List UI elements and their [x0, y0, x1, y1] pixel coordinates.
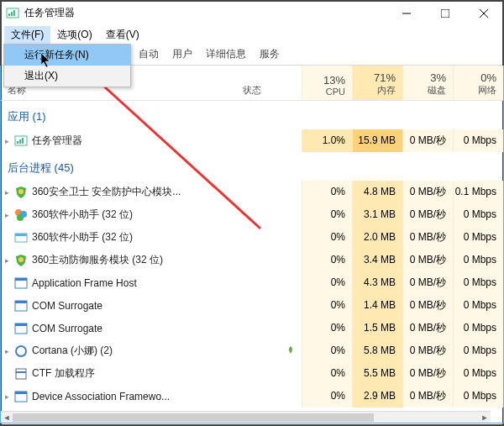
svg-rect-24 [15, 323, 27, 326]
disk-cell: 0 MB/秒 [402, 294, 453, 317]
process-name: CTF 加载程序 [32, 366, 286, 381]
col-metric-2[interactable]: 3%磁盘 [402, 66, 453, 100]
col-metric-3[interactable]: 0%网络 [453, 66, 503, 100]
disk-cell: 0 MB/秒 [402, 271, 453, 294]
net-cell: 0 Mbps [453, 203, 503, 226]
svg-point-12 [18, 189, 24, 194]
mem-cell: 5.5 MB [352, 362, 402, 385]
cursor-icon [41, 53, 55, 70]
svg-rect-5 [441, 9, 449, 18]
mem-cell: 5.8 MB [352, 339, 402, 362]
file-menu-item-1[interactable]: 退出(X) [4, 66, 130, 87]
svg-point-25 [16, 346, 26, 356]
mem-cell: 4.3 MB [352, 271, 402, 294]
scroll-left-button[interactable]: ◄ [1, 412, 13, 423]
expand-icon[interactable]: ▸ [1, 137, 13, 145]
svg-point-15 [17, 214, 24, 221]
net-cell: 0 Mbps [453, 271, 503, 294]
cpu-cell: 0% [302, 339, 352, 362]
net-cell: 0 Mbps [453, 362, 503, 385]
net-cell: 0 Mbps [453, 294, 503, 317]
cpu-cell: 0% [302, 181, 352, 203]
svg-rect-9 [17, 141, 18, 144]
svg-rect-20 [15, 278, 27, 281]
col-metric-0[interactable]: 13%CPU [302, 66, 352, 100]
disk-cell: 0 MB/秒 [402, 226, 453, 249]
cpu-cell: 0% [302, 385, 352, 408]
menu-options[interactable]: 选项(O) [50, 26, 98, 44]
mem-cell: 1.5 MB [352, 317, 402, 339]
disk-cell: 0 MB/秒 [402, 129, 453, 152]
maximize-button[interactable] [426, 2, 465, 25]
process-name: COM Surrogate [32, 323, 286, 334]
mem-cell: 2.0 MB [352, 226, 402, 249]
col-metric-1[interactable]: 71%内存 [352, 66, 402, 100]
process-icon [14, 231, 28, 245]
mem-cell: 3.4 MB [352, 249, 402, 271]
mem-cell: 4.8 MB [352, 181, 402, 203]
process-row[interactable]: ▸Device Association Framewo...0%2.9 MB0 … [1, 385, 503, 408]
file-menu-item-0[interactable]: 运行新任务(N) [4, 45, 130, 66]
svg-rect-17 [15, 234, 27, 236]
net-cell: 0 Mbps [453, 249, 503, 271]
process-icon [14, 322, 28, 335]
menu-view[interactable]: 查看(V) [99, 26, 146, 44]
process-icon [14, 254, 28, 267]
expand-icon[interactable]: ▸ [1, 211, 13, 219]
mem-cell: 3.1 MB [352, 203, 402, 226]
titlebar[interactable]: 任务管理器 [0, 0, 504, 25]
svg-rect-2 [11, 12, 13, 16]
process-icon [14, 390, 28, 403]
process-icon [14, 276, 28, 290]
cpu-cell: 0% [302, 271, 352, 294]
process-row[interactable]: CTF 加载程序0%5.5 MB0 MB/秒0 Mbps [1, 362, 503, 385]
process-icon [14, 344, 28, 358]
net-cell: 0.1 Mbps [453, 181, 503, 203]
svg-point-18 [18, 257, 24, 262]
menubar: 文件(F) 选项(O) 查看(V) [0, 25, 504, 44]
app-icon [6, 7, 19, 20]
svg-rect-22 [15, 301, 27, 303]
scrollbar-horizontal[interactable]: ◄ ► [1, 411, 491, 423]
process-row[interactable]: ▸Cortana (小娜) (2)0%5.8 MB0 MB/秒0 Mbps [1, 339, 503, 362]
process-row[interactable]: COM Surrogate0%1.4 MB0 MB/秒0 Mbps [1, 294, 503, 317]
process-name: Application Frame Host [32, 277, 286, 289]
cpu-cell: 0% [302, 317, 352, 339]
disk-cell: 0 MB/秒 [402, 181, 453, 203]
process-row[interactable]: COM Surrogate0%1.5 MB0 MB/秒0 Mbps [1, 317, 503, 339]
status-icon [286, 345, 302, 357]
file-menu-dropdown: 运行新任务(N)退出(X) [3, 44, 131, 87]
process-name: Cortana (小娜) (2) [32, 344, 286, 358]
minimize-button[interactable] [387, 2, 426, 25]
process-icon [14, 134, 28, 148]
mem-cell: 15.9 MB [352, 129, 402, 152]
process-name: COM Surrogate [32, 300, 286, 312]
cpu-cell: 0% [302, 203, 352, 226]
close-button[interactable] [465, 2, 503, 25]
scroll-right-button[interactable]: ► [479, 412, 491, 423]
expand-icon[interactable]: ▸ [1, 347, 13, 355]
svg-rect-1 [8, 13, 10, 16]
process-icon [14, 186, 28, 199]
svg-rect-29 [15, 392, 27, 394]
disk-cell: 0 MB/秒 [402, 362, 453, 385]
process-icon [14, 208, 28, 222]
disk-cell: 0 MB/秒 [402, 385, 453, 408]
disk-cell: 0 MB/秒 [402, 249, 453, 271]
process-icon [14, 299, 28, 313]
expand-icon[interactable]: ▸ [1, 392, 13, 401]
menu-file[interactable]: 文件(F) [4, 26, 50, 44]
svg-rect-26 [16, 369, 26, 379]
window-title: 任务管理器 [24, 6, 387, 20]
disk-cell: 0 MB/秒 [402, 339, 453, 362]
expand-icon[interactable]: ▸ [1, 256, 13, 265]
disk-cell: 0 MB/秒 [402, 317, 453, 339]
net-cell: 0 Mbps [453, 339, 503, 362]
disk-cell: 0 MB/秒 [402, 203, 453, 226]
cpu-cell: 1.0% [302, 129, 352, 152]
net-cell: 0 Mbps [453, 129, 503, 152]
scroll-thumb[interactable] [13, 413, 374, 422]
process-row[interactable]: Application Frame Host0%4.3 MB0 MB/秒0 Mb… [1, 271, 503, 294]
net-cell: 0 Mbps [453, 385, 503, 408]
expand-icon[interactable]: ▸ [1, 188, 13, 197]
